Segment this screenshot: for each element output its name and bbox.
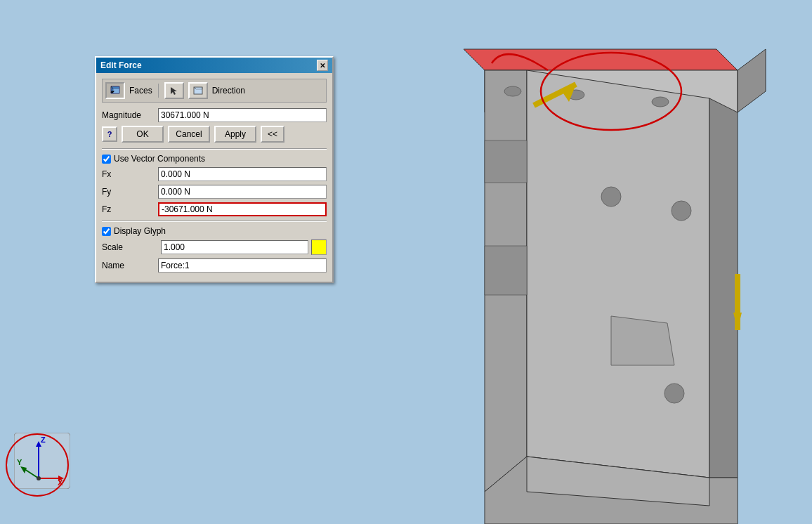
close-button[interactable]: ✕ xyxy=(317,60,328,71)
fx-row: Fx xyxy=(102,167,327,181)
use-vector-label: Use Vector Components xyxy=(114,154,205,164)
fx-label: Fx xyxy=(102,169,158,179)
fz-label: Fz xyxy=(102,204,158,214)
apply-button[interactable]: Apply xyxy=(214,126,256,143)
svg-point-11 xyxy=(504,86,521,96)
svg-marker-17 xyxy=(611,316,674,365)
fy-input[interactable] xyxy=(158,185,327,199)
coord-circle xyxy=(4,432,71,499)
svg-point-34 xyxy=(6,434,68,496)
magnitude-input[interactable] xyxy=(158,108,327,122)
name-input[interactable] xyxy=(158,258,327,273)
cancel-button[interactable]: Cancel xyxy=(168,126,210,143)
use-vector-checkbox[interactable] xyxy=(102,155,111,164)
magnitude-label: Magnitude xyxy=(102,110,158,120)
svg-marker-5 xyxy=(527,70,709,478)
dialog-content: Faces Direction Magnitude xyxy=(96,73,332,282)
display-glyph-row: Display Glyph xyxy=(102,226,327,236)
faces-button[interactable] xyxy=(105,82,125,99)
name-label: Name xyxy=(102,261,158,270)
help-button[interactable]: ? xyxy=(102,126,117,142)
more-button[interactable]: << xyxy=(261,126,284,143)
scale-input[interactable] xyxy=(161,240,308,254)
fx-input[interactable] xyxy=(158,167,327,181)
svg-point-14 xyxy=(601,187,621,207)
divider-2 xyxy=(102,221,327,222)
button-row: ? OK Cancel Apply << xyxy=(102,126,327,143)
direction-label: Direction xyxy=(212,86,245,96)
name-row: Name xyxy=(102,258,327,273)
svg-point-15 xyxy=(672,201,691,221)
svg-marker-6 xyxy=(709,98,738,478)
direction-box-icon xyxy=(193,86,203,96)
svg-marker-39 xyxy=(171,87,177,95)
divider-1 xyxy=(102,148,327,150)
fy-row: Fy xyxy=(102,185,327,199)
svg-marker-10 xyxy=(485,246,527,295)
svg-marker-9 xyxy=(485,140,527,183)
ok-button[interactable]: OK xyxy=(122,126,164,143)
color-swatch[interactable] xyxy=(311,240,327,255)
arrow-cursor-button[interactable] xyxy=(164,82,184,99)
separator-1 xyxy=(158,84,159,98)
toolbar-row: Faces Direction xyxy=(102,79,327,103)
magnitude-row: Magnitude xyxy=(102,108,327,122)
dialog-titlebar: Edit Force ✕ xyxy=(96,58,332,73)
scale-row: Scale xyxy=(102,240,327,255)
display-glyph-label: Display Glyph xyxy=(114,226,166,236)
faces-icon xyxy=(110,85,121,96)
faces-label: Faces xyxy=(129,86,152,96)
dialog-title: Edit Force xyxy=(100,60,142,70)
fz-row: Fz xyxy=(102,202,327,216)
direction-box-button[interactable] xyxy=(188,82,208,99)
display-glyph-checkbox[interactable] xyxy=(102,227,111,236)
scale-label: Scale xyxy=(102,242,158,252)
use-vector-row: Use Vector Components xyxy=(102,154,327,164)
svg-point-16 xyxy=(664,384,684,403)
svg-point-13 xyxy=(652,97,669,107)
edit-force-dialog: Edit Force ✕ Faces xyxy=(95,56,334,283)
arrow-cursor-icon xyxy=(169,86,179,96)
fz-input[interactable] xyxy=(158,202,327,216)
fy-label: Fy xyxy=(102,187,158,197)
